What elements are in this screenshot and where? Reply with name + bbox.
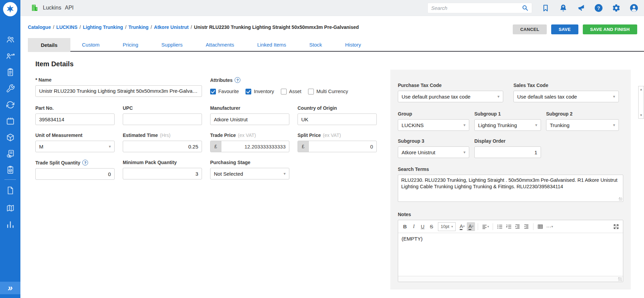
text-color-button[interactable]: A▾ <box>458 222 466 231</box>
app-logo[interactable] <box>3 2 17 16</box>
insert-table-button[interactable] <box>536 222 544 231</box>
notes-content[interactable]: (EMPTY) <box>398 233 623 276</box>
group-select[interactable]: LUCKINS ▾ <box>398 119 469 131</box>
manufacturer-input[interactable]: Atkore Unistrut <box>210 113 289 125</box>
form-row-2: Part No. 395834114 UPC Manufacturer Atko… <box>35 105 377 125</box>
breadcrumb-link-lighting-trunking[interactable]: Lighting Trunking <box>83 24 123 30</box>
upc-input[interactable] <box>123 113 202 125</box>
subgroup1-select[interactable]: Lighting Trunking ▾ <box>474 119 541 131</box>
help-icon[interactable]: ? <box>594 3 603 13</box>
numbered-list-button[interactable] <box>505 222 513 231</box>
sales-trend-icon[interactable] <box>0 49 20 63</box>
page-scrollbar[interactable]: ▲ ▼ <box>638 86 644 119</box>
expand-sidebar-button[interactable]: » <box>0 282 20 294</box>
checkbox-box[interactable] <box>281 89 287 94</box>
unit-of-measurement-select[interactable]: M ▾ <box>35 141 115 152</box>
save-button[interactable]: SAVE <box>551 24 578 34</box>
purchasing-stage-label: Purchasing Stage <box>210 160 289 165</box>
tab-stock[interactable]: Stock <box>298 38 334 51</box>
bold-button[interactable]: B <box>401 222 409 231</box>
checkbox-box[interactable] <box>210 89 216 94</box>
save-and-finish-button[interactable]: SAVE AND FINISH <box>583 24 637 34</box>
attributes-help-icon[interactable]: ? <box>235 77 240 83</box>
cancel-button[interactable]: CANCEL <box>513 24 547 34</box>
tab-history[interactable]: History <box>334 38 373 51</box>
estimated-time-input[interactable]: 0.25 <box>123 141 202 152</box>
scroll-up-icon[interactable]: ▲ <box>640 88 643 91</box>
bookmark-icon[interactable] <box>541 3 550 13</box>
billing-document-icon[interactable] <box>0 147 20 160</box>
resize-grip-icon[interactable] <box>618 277 622 281</box>
sales-tax-code-select[interactable]: Use default sales tax code ▾ <box>513 91 619 102</box>
checkbox-box[interactable] <box>245 89 251 94</box>
clipboard-check-icon[interactable] <box>0 163 20 177</box>
font-size-select[interactable]: 10pt ▾ <box>438 222 456 231</box>
document-icon[interactable] <box>0 183 20 197</box>
global-search[interactable] <box>427 3 532 13</box>
search-icon[interactable] <box>522 4 528 11</box>
display-order-input[interactable]: 1 <box>474 146 541 158</box>
trade-split-quantity-help-icon[interactable]: ? <box>82 160 88 165</box>
underline-button[interactable]: U <box>419 222 427 231</box>
tab-custom[interactable]: Custom <box>70 38 111 51</box>
more-options-button[interactable]: ···▾ <box>545 222 554 231</box>
checkbox-box[interactable] <box>308 89 314 94</box>
group-row: Group LUCKINS ▾ Subgroup 1 Lighting Trun… <box>398 111 623 131</box>
package-icon[interactable] <box>0 130 20 144</box>
subgroup3-select[interactable]: Atkore Unistrut ▾ <box>398 146 469 158</box>
italic-button[interactable]: I <box>410 222 418 231</box>
checkbox-favourite[interactable]: Favourite <box>210 89 239 94</box>
contacts-icon[interactable] <box>0 33 20 46</box>
tab-pricing[interactable]: Pricing <box>111 38 150 51</box>
chevron-down-icon: ▾ <box>613 123 615 127</box>
tab-linked-items[interactable]: Linked Items <box>245 38 298 51</box>
bar-chart-icon[interactable] <box>0 217 20 231</box>
align-button[interactable]: ▾ <box>481 222 490 231</box>
part-no-input[interactable]: 395834114 <box>35 113 115 125</box>
wrench-icon[interactable] <box>0 82 20 95</box>
breadcrumb-current-item: Unistr RLU2230 Trunking Lighting Straigh… <box>194 24 359 30</box>
checkbox-multi-currency[interactable]: Multi Currency <box>308 89 348 94</box>
account-icon[interactable] <box>629 3 639 13</box>
minimum-pack-quantity-input[interactable]: 3 <box>123 168 202 179</box>
notifications-icon[interactable] <box>559 3 568 13</box>
sync-icon[interactable] <box>0 98 20 111</box>
name-input[interactable]: Unistr RLU2230 Trunking Lighting Straigh… <box>35 85 202 97</box>
highlight-color-button[interactable]: A▾ <box>467 222 475 231</box>
map-icon[interactable] <box>0 201 20 215</box>
tab-suppliers[interactable]: Suppliers <box>150 38 194 51</box>
trade-price-input[interactable]: 12.203333333333 <box>221 141 289 152</box>
breadcrumb-link-trunking[interactable]: Trunking <box>129 24 149 30</box>
currency-prefix: £ <box>210 141 221 152</box>
checkbox-asset[interactable]: Asset <box>281 89 301 94</box>
tab-attachments[interactable]: Attachments <box>194 38 245 51</box>
chevron-down-icon: ▾ <box>613 94 615 99</box>
fullscreen-icon[interactable] <box>612 222 620 231</box>
checkbox-inventory[interactable]: Inventory <box>245 89 274 94</box>
split-price-input[interactable]: 0 <box>309 141 376 152</box>
resize-grip-icon[interactable] <box>619 197 622 201</box>
outdent-button[interactable] <box>522 222 530 231</box>
strikethrough-button[interactable]: S <box>427 222 436 231</box>
settings-gear-icon[interactable] <box>612 3 621 13</box>
scroll-down-icon[interactable]: ▼ <box>640 113 643 117</box>
country-of-origin-input[interactable]: UK <box>298 113 377 125</box>
tab-details[interactable]: Details <box>28 38 70 52</box>
search-input[interactable] <box>431 5 522 11</box>
search-terms-textarea[interactable]: RLU2230. RLU2230 Trunking, Lighting Stra… <box>398 175 623 202</box>
topbar: Luckins API ? <box>20 0 644 16</box>
announcements-icon[interactable] <box>576 3 586 13</box>
breadcrumb-link-atkore-unistrut[interactable]: Atkore Unistrut <box>154 24 189 30</box>
purchase-tax-code-select[interactable]: Use default purchase tax code ▾ <box>398 91 503 102</box>
breadcrumb-link-catalogue[interactable]: Catalogue <box>28 24 51 30</box>
purchasing-stage-select[interactable]: Not Selected ▾ <box>210 168 289 179</box>
trade-split-quantity-input[interactable]: 0 <box>35 168 115 180</box>
indent-button[interactable] <box>513 222 522 231</box>
bullet-list-button[interactable] <box>496 222 504 231</box>
trade-split-quantity-label: Trade Split Quantity ? <box>35 160 115 165</box>
clipboard-icon[interactable] <box>0 65 20 79</box>
breadcrumb-link-luckins[interactable]: LUCKINS <box>56 24 78 30</box>
subgroup2-select[interactable]: Trunking ▾ <box>546 119 619 131</box>
calendar-icon[interactable] <box>0 114 20 128</box>
app-suffix: API <box>65 5 74 11</box>
